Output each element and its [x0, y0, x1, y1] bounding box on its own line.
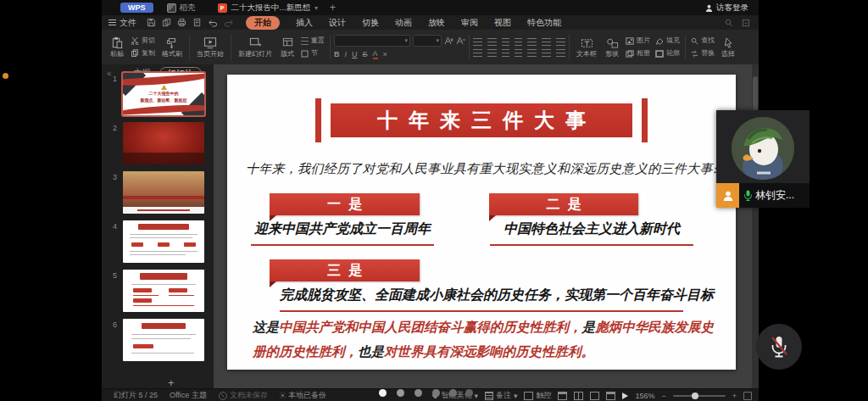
print-icon[interactable]	[177, 18, 186, 27]
presenter-view-button[interactable]	[606, 392, 615, 400]
replace-button[interactable]: 替换	[689, 48, 716, 59]
slide-thumbnail-2[interactable]	[123, 122, 204, 164]
paste-button[interactable]: 粘贴	[107, 36, 127, 58]
touch-mode-button[interactable]: 触控	[524, 390, 551, 401]
select-button[interactable]: 选择	[718, 37, 738, 58]
tab-animation[interactable]: 动画	[395, 17, 412, 29]
backup-status[interactable]: 本地已备份	[280, 390, 326, 401]
tab-review[interactable]: 审阅	[461, 17, 478, 29]
bullets-icon[interactable]	[473, 38, 482, 46]
slide-item-2-text[interactable]: 中国特色社会主义进入新时代	[490, 220, 693, 246]
play-slideshow-button[interactable]	[622, 393, 628, 399]
theme-name[interactable]: Office 主题	[170, 390, 207, 401]
clear-format-button[interactable]: ×	[383, 50, 387, 58]
format-painter-button[interactable]: 格式刷	[159, 37, 186, 58]
slide-title-banner[interactable]: 十年来三件大事	[331, 103, 632, 137]
tab-design[interactable]: 设计	[329, 17, 346, 29]
wps-logo-button[interactable]: WPS	[120, 3, 153, 13]
tab-slideshow[interactable]: 放映	[428, 17, 445, 29]
slide-canvas[interactable]: 十年来三件大事 十年来，我们经历了对党和人民事业具有重大现实意义和深远历史意义的…	[227, 75, 736, 370]
align-objects-icon[interactable]	[542, 49, 551, 57]
copy-button[interactable]: 复制	[129, 48, 157, 59]
decrease-font-icon[interactable]	[456, 36, 465, 45]
slide-intro-text[interactable]: 十年来，我们经历了对党和人民事业具有重大现实意义和深远历史意义的三件大事:	[227, 161, 736, 177]
slide-thumbnail-6[interactable]	[123, 319, 204, 361]
line-spacing-icon[interactable]	[502, 49, 509, 57]
text-direction-icon[interactable]	[527, 49, 537, 57]
play-from-current-button[interactable]: 当页开始	[193, 36, 227, 58]
numbering-icon[interactable]	[487, 38, 497, 46]
columns-icon[interactable]	[515, 49, 522, 57]
font-family-select[interactable]: ▾	[334, 35, 410, 47]
slide-footer-paragraph[interactable]: 这是中国共产党和中国人民团结奋斗赢得的历史性胜利，是彪炳中华民族发展史册的历史性…	[253, 315, 714, 364]
docer-tab[interactable]: 稻壳	[167, 3, 196, 14]
align-center-icon[interactable]	[542, 38, 551, 46]
bold-button[interactable]: B	[334, 50, 340, 58]
shapes-button[interactable]: 形状	[602, 37, 622, 58]
justify-icon[interactable]	[473, 49, 482, 57]
zoom-slider-knob[interactable]	[692, 393, 698, 399]
align-right-icon[interactable]	[556, 38, 565, 46]
slide-item-3-text[interactable]: 完成脱贫攻坚、全面建成小康社会的历史任务，实现第一个百年奋斗目标	[280, 287, 683, 312]
annotation-dot[interactable]	[3, 73, 8, 79]
tab-view[interactable]: 视图	[494, 17, 511, 29]
reset-button[interactable]: 重置	[299, 36, 326, 47]
slide-thumbnail-5[interactable]	[123, 270, 204, 312]
tab-transition[interactable]: 切换	[362, 17, 379, 29]
document-tab[interactable]: P 二十大报告中...新思想 ▾	[218, 3, 318, 14]
collapse-ribbon-icon[interactable]	[742, 19, 750, 27]
redo-icon[interactable]	[224, 18, 234, 27]
reading-view-button[interactable]	[590, 392, 599, 400]
indent-increase-icon[interactable]	[515, 38, 522, 46]
zoom-out-button[interactable]: −	[661, 392, 665, 400]
print-preview-icon[interactable]	[192, 18, 202, 27]
textbox-button[interactable]: 文本框	[573, 37, 600, 58]
font-color-button[interactable]: A	[373, 49, 378, 59]
strikethrough-button[interactable]: S	[363, 50, 368, 58]
section-button[interactable]: 节	[299, 48, 326, 59]
tab-insert[interactable]: 插入	[296, 17, 313, 29]
slide-thumbnail-1[interactable]: 二十大报告中的 新观点、新论断、新思想	[123, 73, 204, 115]
search-icon[interactable]	[725, 19, 733, 27]
indent-decrease-icon[interactable]	[502, 38, 509, 46]
slide-sorter-view-button[interactable]	[574, 392, 583, 400]
notes-button[interactable]: 备注 ▾	[485, 390, 518, 401]
tab-home[interactable]: 开始	[246, 16, 280, 30]
cut-button[interactable]: 剪切	[129, 36, 157, 47]
smart-typeset-icon[interactable]	[556, 49, 565, 57]
chevron-down-icon[interactable]: ▾	[314, 4, 318, 12]
undo-icon[interactable]	[208, 18, 218, 27]
guest-login[interactable]: 访客登录	[705, 3, 748, 14]
distribute-icon[interactable]	[487, 49, 497, 57]
mute-button[interactable]	[756, 324, 802, 370]
outline-button[interactable]: 轮廓	[654, 48, 682, 59]
normal-view-button[interactable]	[558, 392, 567, 400]
layout-button[interactable]: 版式	[277, 36, 298, 58]
underline-button[interactable]: U	[352, 50, 358, 58]
slide-item-1-text[interactable]: 迎来中国共产党成立一百周年	[251, 220, 434, 246]
tab-special-features[interactable]: 特色功能	[527, 17, 561, 29]
italic-button[interactable]: I	[345, 50, 348, 58]
fit-slide-button[interactable]	[743, 392, 752, 400]
webcam-tile[interactable]: 林钊安...	[716, 110, 810, 208]
ribbon-tag-2[interactable]: 二是	[489, 193, 638, 215]
file-menu-button[interactable]: 文件	[108, 17, 136, 29]
align-left-icon[interactable]	[527, 38, 537, 46]
find-button[interactable]: 查找	[689, 36, 716, 47]
new-tab-button[interactable]: +	[330, 2, 336, 14]
ribbon-tag-1[interactable]: 一是	[270, 193, 420, 215]
export-icon[interactable]	[162, 18, 171, 27]
picture-button[interactable]: 图片	[624, 36, 652, 47]
font-size-select[interactable]: ▾	[413, 35, 442, 47]
fill-button[interactable]: 填充	[654, 36, 682, 47]
ribbon-tag-3[interactable]: 三是	[270, 259, 420, 281]
new-slide-button[interactable]: 新建幻灯片	[235, 36, 275, 58]
participant-icon[interactable]	[716, 183, 739, 208]
slide-thumbnail-4[interactable]	[123, 220, 204, 263]
slide-thumbnail-3[interactable]	[123, 171, 204, 214]
album-button[interactable]: 相册	[624, 48, 652, 59]
zoom-slider[interactable]	[673, 395, 726, 397]
save-icon[interactable]	[147, 18, 156, 27]
add-slide-button[interactable]: +	[168, 376, 175, 389]
increase-font-icon[interactable]	[444, 36, 453, 45]
